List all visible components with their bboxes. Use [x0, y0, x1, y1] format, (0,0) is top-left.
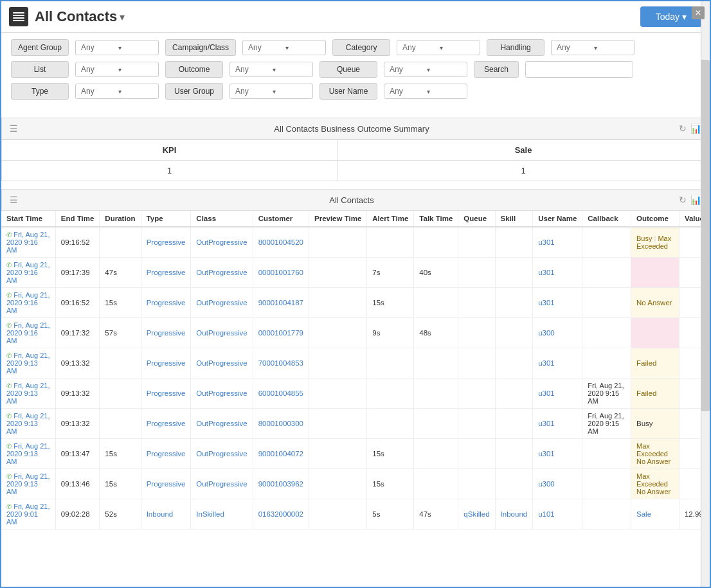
cell-preview-time: [309, 288, 366, 318]
campaign-class-select[interactable]: Any▾: [242, 40, 326, 55]
table-row: ✆ Fri, Aug 21, 2020 9:13 AM 09:13:32 Pro…: [1, 348, 710, 379]
user-name-select[interactable]: Any▾: [384, 84, 467, 99]
cell-talk-time: 47s: [414, 499, 458, 530]
cell-start-time: ✆ Fri, Aug 21, 2020 9:01 AM: [1, 499, 55, 530]
cell-type: Inbound: [141, 499, 191, 530]
col-end-time: End Time: [55, 211, 100, 227]
summary-sale-header: Sale: [338, 140, 710, 161]
filter-row-3: Type Any▾ User Group Any▾ User Name Any▾: [11, 83, 700, 100]
title-dropdown-icon[interactable]: ▾: [120, 11, 125, 23]
cell-skill: [495, 379, 533, 409]
list-select[interactable]: Any▾: [75, 62, 159, 77]
cell-class: OutProgressive: [191, 379, 253, 409]
cell-start-time: ✆ Fri, Aug 21, 2020 9:16 AM: [1, 288, 55, 318]
cell-end-time: 09:13:47: [55, 439, 100, 469]
summary-kpi-header: KPI: [2, 140, 338, 161]
cell-preview-time: [309, 348, 366, 379]
cell-talk-time: [414, 379, 458, 409]
col-start-time: Start Time: [1, 211, 55, 227]
summary-actions: ↻ 📊: [679, 123, 701, 134]
contacts-refresh-icon[interactable]: ↻: [679, 195, 687, 205]
cell-skill: [495, 318, 533, 348]
cell-outcome: Busy | Max Exceeded: [631, 227, 680, 258]
cell-skill: [495, 348, 533, 379]
handling-select[interactable]: Any▾: [551, 40, 634, 55]
scrollbar-thumb[interactable]: [701, 60, 710, 411]
cell-alert-time: 5s: [367, 499, 414, 530]
handling-label: Handling: [487, 39, 544, 56]
search-input[interactable]: [525, 61, 633, 78]
cell-talk-time: 48s: [414, 318, 458, 348]
cell-start-time: ✆ Fri, Aug 21, 2020 9:16 AM: [1, 258, 55, 288]
cell-queue: [458, 439, 495, 469]
cell-alert-time: 7s: [367, 258, 414, 288]
cell-duration: 15s: [100, 439, 141, 469]
cell-end-time: 09:02:28: [55, 499, 100, 530]
type-label: Type: [11, 83, 69, 100]
cell-end-time: 09:13:32: [55, 409, 100, 439]
cell-outcome: Busy: [631, 409, 680, 439]
cell-skill: [495, 439, 533, 469]
contacts-chart-icon[interactable]: 📊: [690, 195, 701, 205]
cell-preview-time: [309, 379, 366, 409]
cell-type: Progressive: [141, 439, 191, 469]
cell-alert-time: 15s: [367, 439, 414, 469]
cell-queue: [458, 227, 495, 258]
cell-skill: [495, 288, 533, 318]
cell-preview-time: [309, 318, 366, 348]
contacts-actions: ↻ 📊: [679, 195, 701, 205]
table-row: ✆ Fri, Aug 21, 2020 9:16 AM 09:17:39 47s…: [1, 258, 710, 288]
chart-icon[interactable]: 📊: [690, 123, 701, 134]
category-select[interactable]: Any▾: [397, 40, 480, 55]
contacts-title: All Contacts: [24, 195, 679, 205]
table-row: ✆ Fri, Aug 21, 2020 9:16 AM 09:16:52 15s…: [1, 288, 710, 318]
cell-outcome: [631, 318, 680, 348]
col-customer: Customer: [253, 211, 309, 227]
cell-type: Progressive: [141, 258, 191, 288]
cell-type: Progressive: [141, 348, 191, 379]
type-select[interactable]: Any▾: [75, 84, 159, 99]
cell-user-name: u301: [533, 379, 582, 409]
user-group-label: User Group: [165, 83, 223, 100]
cell-type: Progressive: [141, 288, 191, 318]
table-row: ✆ Fri, Aug 21, 2020 9:13 AM 09:13:47 15s…: [1, 439, 710, 469]
cell-customer: 90001003962: [253, 469, 309, 499]
agent-group-label: Agent Group: [11, 39, 69, 56]
cell-callback: [582, 469, 631, 499]
cell-user-name: u101: [533, 499, 582, 530]
cell-duration: [100, 227, 141, 258]
summary-section-header: ☰ All Contacts Business Outcome Summary …: [1, 118, 710, 139]
cell-outcome: [631, 258, 680, 288]
close-button[interactable]: ✕: [692, 6, 705, 19]
cell-queue: [458, 288, 495, 318]
refresh-icon[interactable]: ↻: [679, 123, 687, 134]
cell-start-time: ✆ Fri, Aug 21, 2020 9:13 AM: [1, 439, 55, 469]
col-queue: Queue: [458, 211, 495, 227]
cell-duration: 15s: [100, 469, 141, 499]
cell-class: OutProgressive: [191, 348, 253, 379]
outcome-select[interactable]: Any▾: [230, 62, 313, 77]
cell-class: OutProgressive: [191, 227, 253, 258]
user-group-select[interactable]: Any▾: [230, 84, 313, 99]
queue-select[interactable]: Any▾: [384, 62, 467, 77]
cell-class: OutProgressive: [191, 318, 253, 348]
main-window: All Contacts ▾ Today ▾ ✕ Agent Group Any…: [0, 0, 711, 588]
cell-queue: [458, 318, 495, 348]
cell-queue: [458, 409, 495, 439]
cell-skill: [495, 409, 533, 439]
cell-class: OutProgressive: [191, 439, 253, 469]
cell-alert-time: [367, 409, 414, 439]
cell-preview-time: [309, 499, 366, 530]
scrollbar[interactable]: [701, 1, 710, 587]
cell-skill: [495, 258, 533, 288]
col-class: Class: [191, 211, 253, 227]
contacts-hamburger-icon[interactable]: ☰: [10, 195, 18, 205]
summary-hamburger-icon[interactable]: ☰: [10, 123, 18, 134]
cell-queue: [458, 469, 495, 499]
agent-group-select[interactable]: Any▾: [75, 40, 159, 55]
cell-customer: 00001001779: [253, 318, 309, 348]
cell-alert-time: 15s: [367, 288, 414, 318]
cell-callback: [582, 258, 631, 288]
cell-callback: [582, 348, 631, 379]
cell-talk-time: [414, 409, 458, 439]
